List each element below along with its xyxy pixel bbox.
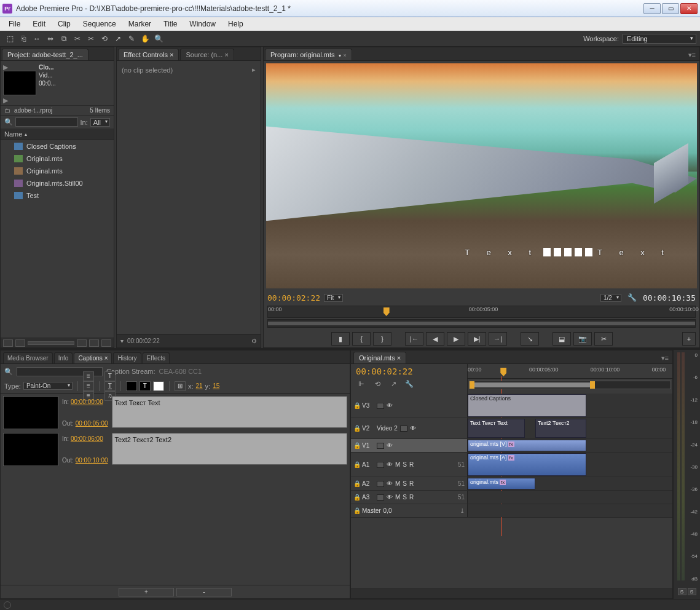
clip[interactable]: Text2 Текст2 [535, 419, 586, 438]
project-item[interactable]: Original.mts [1, 152, 114, 165]
timeline-overview[interactable] [469, 381, 671, 389]
program-fit-dropdown[interactable]: Fit [324, 294, 343, 302]
menu-marker[interactable]: Marker [124, 18, 156, 30]
settings-icon[interactable]: ⚙ [251, 338, 257, 344]
timeline-tool-1[interactable]: ⟲ [372, 379, 383, 389]
transport-btn-5[interactable]: ▶ [447, 332, 465, 346]
track-header[interactable]: 🔒Master0,0 ⤓ [351, 504, 468, 517]
program-playhead[interactable] [383, 307, 390, 316]
style-button-1[interactable]: T [104, 381, 116, 391]
lock-icon[interactable]: 🔒 [353, 402, 360, 409]
project-list-view-button[interactable] [3, 339, 13, 347]
caption-y-value[interactable]: 15 [213, 382, 219, 389]
transport-btn-7[interactable]: →| [489, 332, 507, 346]
track-content[interactable]: original.mts [V]fx [468, 439, 672, 452]
workspace-dropdown[interactable]: Editing [623, 34, 696, 44]
caption-out-value[interactable]: 00:00:10:00 [76, 457, 108, 464]
track-content[interactable]: original.mts [A]fx [468, 453, 672, 477]
transport-btn-8[interactable]: ↘ [521, 332, 539, 346]
menu-clip[interactable]: Clip [53, 18, 76, 30]
transport-btn-3[interactable]: |← [405, 332, 423, 346]
tool-4[interactable]: ⧉ [58, 33, 70, 44]
project-delete-button[interactable] [101, 339, 111, 347]
lock-icon[interactable]: 🔒 [353, 461, 360, 468]
eye-icon[interactable]: 👁 [387, 494, 393, 501]
caption-in-value[interactable]: 00:00:00:00 [71, 398, 103, 405]
fx-tab[interactable]: Effect Controls × [118, 49, 179, 60]
track-toggle[interactable] [377, 494, 384, 501]
chevron-right-icon[interactable]: ▸ [252, 66, 256, 74]
transport-btn-10[interactable]: 📷 [573, 332, 592, 346]
caption-text-input[interactable]: Text Текст Text [112, 396, 347, 428]
project-item[interactable]: Original.mts [1, 165, 114, 177]
timeline-tool-2[interactable]: ↗ [388, 379, 399, 389]
bottom-tab-effects[interactable]: Effects [143, 352, 170, 363]
eye-icon[interactable]: 👁 [410, 425, 416, 432]
clip[interactable]: original.mts [V]fx [468, 440, 586, 451]
clip[interactable]: original.mtsfx [468, 478, 535, 489]
track-header[interactable]: 🔒V2Video 2👁 [351, 418, 468, 438]
bottom-tab-mediabrowser[interactable]: Media Browser [3, 352, 53, 363]
timeline-ruler[interactable]: 00:0000:00:05:0000:00:10:0000:00 [468, 364, 672, 379]
project-tab[interactable]: Project: adobe-testt_2_... [2, 49, 88, 60]
eye-icon[interactable]: 👁 [387, 402, 393, 409]
fx-tab[interactable]: Source: (n... × [180, 49, 234, 60]
clip[interactable]: Text Текст Text [468, 419, 525, 438]
track-header[interactable]: 🔒A3👁 M S R 51 [351, 491, 468, 504]
program-scrub-bar[interactable] [267, 319, 696, 328]
project-item[interactable]: Closed Captions [1, 140, 114, 152]
track-header[interactable]: 🔒A1👁 M S R 51 [351, 453, 468, 477]
tool-9[interactable]: ✎ [125, 33, 138, 44]
meter-solo-button[interactable]: S [678, 588, 686, 595]
track-content[interactable] [468, 504, 672, 517]
tool-3[interactable]: ⇔ [44, 33, 57, 44]
project-column-header[interactable]: Name▴ [1, 129, 114, 140]
bottom-tab-history[interactable]: History [113, 352, 141, 363]
eye-icon[interactable]: 👁 [387, 461, 393, 468]
track-content[interactable]: Closed Captions [468, 394, 672, 418]
tool-6[interactable]: ✂ [85, 33, 97, 44]
tool-7[interactable]: ⟲ [98, 33, 111, 44]
clip[interactable]: Closed Captions [468, 394, 586, 417]
caption-remove-button[interactable]: - [176, 588, 232, 596]
program-current-tc[interactable]: 00:00:02:22 [267, 293, 320, 303]
tool-2[interactable]: ↔ [31, 33, 43, 44]
project-zoom-slider[interactable] [28, 341, 74, 345]
project-search-input[interactable] [15, 117, 78, 127]
tool-5[interactable]: ✂ [71, 33, 84, 44]
add-button[interactable]: + [682, 332, 696, 346]
meter-solo-button[interactable]: S [688, 588, 696, 595]
program-res-dropdown[interactable]: 1/2 [600, 294, 621, 302]
track-header[interactable]: 🔒V3👁 [351, 394, 468, 418]
lock-icon[interactable]: 🔒 [353, 442, 360, 449]
lock-icon[interactable]: 🔒 [353, 480, 360, 487]
caption-bg-swatch[interactable] [126, 381, 137, 391]
align-button-0[interactable]: ≡ [83, 371, 94, 381]
track-header[interactable]: 🔒V1👁 [351, 439, 468, 452]
caption-out-value[interactable]: 00:00:05:00 [76, 420, 108, 427]
program-tab[interactable]: Program: original.mts▾× [265, 49, 352, 60]
program-time-ruler[interactable]: 00:0000:00:05:0000:00:10:00 [267, 306, 696, 318]
project-in-dropdown[interactable]: All [90, 118, 110, 127]
caption-fg-swatch[interactable] [153, 381, 164, 391]
project-new-bin-button[interactable] [77, 339, 87, 347]
lock-icon[interactable]: 🔒 [353, 507, 360, 514]
menu-title[interactable]: Title [159, 18, 182, 30]
transport-btn-11[interactable]: ✂ [594, 332, 613, 346]
align-button-1[interactable]: ≡ [83, 381, 94, 391]
tool-0[interactable]: ⬚ [4, 33, 16, 44]
timeline-h-scroll[interactable] [351, 588, 672, 598]
menu-help[interactable]: Help [223, 18, 248, 30]
project-item[interactable]: Original.mts.Still00 [1, 177, 114, 189]
timeline-tc[interactable]: 00:00:02:22 [356, 366, 462, 376]
wrench-icon[interactable]: 🔧 [627, 293, 637, 302]
timeline-tab[interactable]: Original.mts × [353, 352, 406, 363]
tool-8[interactable]: ↗ [112, 33, 124, 44]
transport-btn-6[interactable]: ▶| [468, 332, 486, 346]
menu-file[interactable]: File [4, 18, 25, 30]
menu-edit[interactable]: Edit [28, 18, 50, 30]
transport-btn-2[interactable]: } [373, 332, 391, 346]
track-content[interactable]: original.mtsfx [468, 477, 672, 490]
tool-11[interactable]: 🔍 [152, 33, 165, 44]
transport-btn-9[interactable]: ⬓ [553, 332, 571, 346]
